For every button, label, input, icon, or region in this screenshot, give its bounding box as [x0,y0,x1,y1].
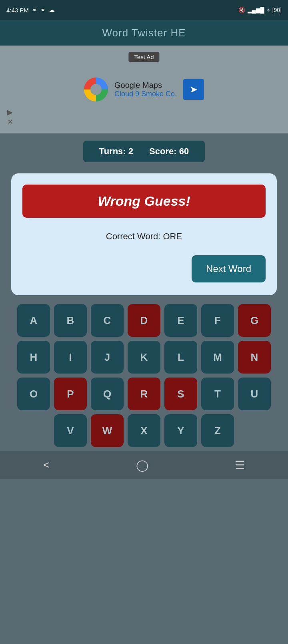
key-W[interactable]: W [91,414,124,447]
status-left: 4:43 PM ⚭ ⚭ ☁ [6,6,55,14]
time: 4:43 PM [6,7,29,14]
whatsapp-icon: ⚭ [32,6,37,14]
turns-value: 2 [128,146,133,156]
nav-back-icon[interactable]: < [43,459,50,471]
key-M[interactable]: M [201,341,234,374]
next-word-button[interactable]: Next Word [192,255,266,282]
key-E[interactable]: E [164,304,197,337]
key-X[interactable]: X [128,414,160,447]
ad-banner: Test Ad Google Maps Cloud 9 Smoke Co. ➤ … [0,46,288,133]
key-Z[interactable]: Z [201,414,234,447]
ad-play-icon[interactable]: ▶ [7,108,13,117]
status-bar: 4:43 PM ⚭ ⚭ ☁ 🔇 ▂▄▆█ ⌖ [90] [0,0,288,20]
cloud-icon: ☁ [49,6,55,14]
ad-company-name: Google Maps [114,81,177,90]
key-row-1: A B C D E F G [6,304,282,337]
wifi-icon: ⌖ [267,7,270,14]
nav-menu-icon[interactable]: ☰ [235,459,245,472]
key-A[interactable]: A [17,304,50,337]
dialog: Wrong Guess! Correct Word: ORE Next Word [11,173,277,295]
key-Y[interactable]: Y [164,414,197,447]
google-inner-circle [90,84,102,95]
key-row-4: V W X Y Z [6,414,282,447]
status-right: 🔇 ▂▄▆█ ⌖ [90] [238,7,282,14]
key-V[interactable]: V [54,414,87,447]
ad-text: Google Maps Cloud 9 Smoke Co. [114,81,177,98]
wrong-guess-text: Wrong Guess! [98,193,190,209]
app-bar: Word Twister HE [0,20,288,46]
ad-close-icon[interactable]: ✕ [7,117,13,126]
key-I[interactable]: I [54,341,87,374]
key-G[interactable]: G [238,304,271,337]
app-title: Word Twister HE [102,27,186,39]
key-Q[interactable]: Q [91,378,124,410]
vibrate-icon: 🔇 [238,7,245,13]
score-box: Turns: 2 Score: 60 [83,141,205,162]
key-B[interactable]: B [54,304,87,337]
key-O[interactable]: O [17,378,50,410]
ad-content[interactable]: Google Maps Cloud 9 Smoke Co. ➤ [76,70,212,109]
key-F[interactable]: F [201,304,234,337]
key-J[interactable]: J [91,341,124,374]
ad-controls: ▶ ✕ [7,108,13,126]
wrong-guess-banner: Wrong Guess! [22,185,266,218]
keyboard: A B C D E F G H I J K L M N O P Q R S T … [6,304,282,447]
key-row-2: H I J K L M N [6,341,282,374]
key-L[interactable]: L [164,341,197,374]
score-bar: Turns: 2 Score: 60 [0,133,288,166]
usb-icon: ⚭ [40,6,46,14]
key-H[interactable]: H [17,341,50,374]
nav-bar: < ◯ ☰ [0,451,288,479]
key-R[interactable]: R [128,378,160,410]
key-T[interactable]: T [201,378,234,410]
battery-icon: [90] [272,7,282,13]
key-C[interactable]: C [91,304,124,337]
key-P[interactable]: P [54,378,87,410]
turns-label: Turns: 2 [99,146,133,157]
key-S[interactable]: S [164,378,197,410]
ad-arrow-icon[interactable]: ➤ [183,79,204,100]
ad-label: Test Ad [128,52,159,62]
key-K[interactable]: K [128,341,160,374]
key-row-3: O P Q R S T U [6,378,282,410]
key-D[interactable]: D [128,304,160,337]
signal-icon: ▂▄▆█ [248,7,264,13]
google-maps-logo [84,78,108,101]
nav-home-icon[interactable]: ◯ [136,459,148,472]
next-word-row: Next Word [22,255,266,282]
correct-word-text: Correct Word: ORE [22,227,266,246]
key-U[interactable]: U [238,378,271,410]
key-N[interactable]: N [238,341,271,374]
ad-sub-text: Cloud 9 Smoke Co. [114,90,177,98]
score-value: 60 [179,146,189,156]
score-label: Score: 60 [149,146,189,157]
